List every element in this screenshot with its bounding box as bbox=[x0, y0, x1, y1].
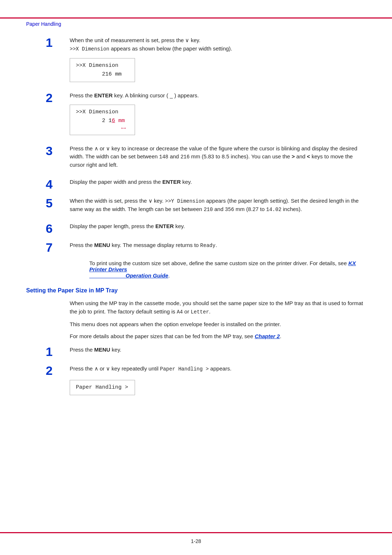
top-rule bbox=[0, 17, 392, 19]
step-number-4: 4 bbox=[46, 178, 65, 190]
code-box-2: >>X Dimension 2 16 mm ⇐⇒ bbox=[70, 105, 135, 135]
section-para-2: This menu does not appears when the opti… bbox=[70, 320, 366, 328]
step-6: 6 Display the paper length, press the EN… bbox=[70, 222, 366, 235]
step-number-2: 2 bbox=[46, 92, 65, 104]
step-number-6: 6 bbox=[46, 222, 65, 235]
step-2: 2 Press the ENTER key. A blinking cursor… bbox=[70, 92, 366, 138]
section-heading: Setting the Paper Size in MP Tray bbox=[26, 287, 366, 294]
code-box-bottom: Paper Handling > bbox=[70, 380, 135, 395]
step-5: 5 When the width is set, press the ∨ key… bbox=[70, 197, 366, 216]
bottom-step-number-2: 2 bbox=[46, 364, 65, 377]
steps-top: 1 When the unit of measurement is set, p… bbox=[70, 36, 366, 279]
section-para-3: For more details about the paper sizes t… bbox=[70, 332, 366, 340]
page-number: 1-28 bbox=[191, 538, 201, 544]
bottom-step-1: 1 Press the MENU key. bbox=[70, 345, 366, 358]
code-box-1: >>X Dimension 216 mm bbox=[70, 58, 135, 82]
bottom-step-content-1: Press the MENU key. bbox=[70, 345, 366, 357]
content-area: 1 When the unit of measurement is set, p… bbox=[26, 36, 366, 526]
kx-printer-drivers-link[interactable]: KX Printer Drivers Operation Guide bbox=[89, 260, 356, 279]
bottom-step-content-2: Press the ∧ or ∨ key repeatedly until Pa… bbox=[70, 364, 366, 398]
step-7: 7 Press the MENU key. The message displa… bbox=[70, 241, 366, 254]
step-content-3: Press the ∧ or ∨ key to increase or decr… bbox=[70, 145, 366, 171]
step-content-2: Press the ENTER key. A blinking cursor (… bbox=[70, 92, 366, 138]
step-content-1: When the unit of measurement is set, pre… bbox=[70, 36, 366, 85]
bottom-step-number-1: 1 bbox=[46, 345, 65, 358]
step-number-7: 7 bbox=[46, 241, 65, 254]
step-number-5: 5 bbox=[46, 197, 65, 209]
section-para-1: When using the MP tray in the cassette m… bbox=[70, 299, 366, 316]
step-content-5: When the width is set, press the ∨ key. … bbox=[70, 197, 366, 216]
step-3: 3 Press the ∧ or ∨ key to increase or de… bbox=[70, 145, 366, 171]
after-steps-paragraph: To print using the custom size set above… bbox=[89, 260, 366, 279]
step-1: 1 When the unit of measurement is set, p… bbox=[70, 36, 366, 85]
step-content-6: Display the paper length, press the ENTE… bbox=[70, 222, 366, 233]
chapter-link[interactable]: Chapter 2 bbox=[255, 333, 280, 339]
section-header-link[interactable]: Paper Handling bbox=[26, 21, 61, 27]
step-4: 4 Display the paper width and press the … bbox=[70, 178, 366, 190]
step-content-7: Press the MENU key. The message display … bbox=[70, 241, 366, 252]
bottom-rule bbox=[0, 532, 392, 533]
step-content-4: Display the paper width and press the EN… bbox=[70, 178, 366, 189]
bottom-step-2: 2 Press the ∧ or ∨ key repeatedly until … bbox=[70, 364, 366, 398]
section-block: When using the MP tray in the cassette m… bbox=[70, 299, 366, 398]
step-number-1: 1 bbox=[46, 36, 65, 49]
step-number-3: 3 bbox=[46, 145, 65, 157]
